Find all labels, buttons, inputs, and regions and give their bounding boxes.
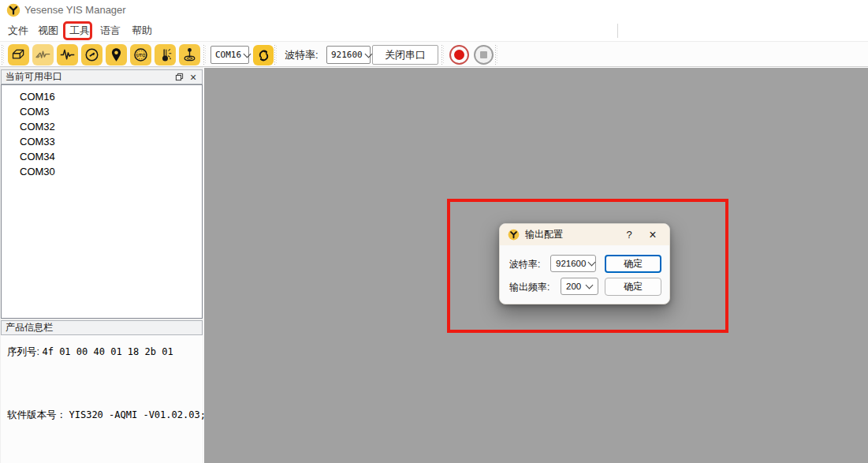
close-panel-icon[interactable]: ×	[186, 70, 200, 84]
float-panel-icon[interactable]	[172, 70, 186, 84]
dialog-baud-select[interactable]: 921600	[550, 255, 596, 272]
location-pin-icon[interactable]	[106, 44, 127, 65]
serial-number-line: 序列号: 4f 01 00 40 01 18 2b 01	[7, 345, 173, 359]
ports-panel-title: 当前可用串口	[2, 70, 172, 84]
chevron-down-icon	[244, 50, 251, 58]
window-title: Yesense YIS Manager	[24, 0, 126, 21]
dialog-title: 输出配置	[525, 228, 617, 241]
yesense-logo-icon	[6, 3, 20, 17]
left-dock-column: 当前可用串口 × COM16 COM3 COM32 COM33 COM34 CO…	[0, 67, 203, 463]
toolbar-grip[interactable]	[495, 45, 498, 65]
port-list-item[interactable]: COM33	[2, 134, 202, 149]
dialog-baud-value: 921600	[551, 259, 586, 268]
com-port-select[interactable]: COM16	[210, 46, 249, 64]
output-config-dialog: 输出配置 ? × 波特率: 921600 确定 输出频率: 200 确定	[499, 223, 670, 304]
ports-list: COM16 COM3 COM32 COM33 COM34 COM30	[1, 84, 203, 319]
waveform-angle-icon[interactable]	[32, 44, 54, 65]
info-panel-header: 产品信息栏	[1, 320, 203, 335]
refresh-ports-button[interactable]	[253, 45, 274, 65]
toolbar: UTC COM16	[0, 41, 868, 67]
menu-help[interactable]: 帮助	[132, 21, 152, 41]
baud-rate-value: 921600	[327, 50, 363, 60]
menu-file[interactable]: 文件	[8, 21, 28, 41]
toolbar-grip[interactable]	[2, 45, 5, 65]
dialog-freq-label: 输出频率:	[509, 281, 549, 294]
title-bar: Yesense YIS Manager	[0, 0, 868, 21]
port-list-item[interactable]: COM34	[2, 149, 202, 164]
dialog-baud-ok-button[interactable]: 确定	[605, 255, 661, 273]
ports-panel-header: 当前可用串口 ×	[1, 69, 203, 84]
menu-divider	[617, 24, 618, 38]
menu-view[interactable]: 视图	[38, 21, 58, 41]
toolbar-grip[interactable]	[203, 45, 207, 65]
dialog-freq-select[interactable]: 200	[561, 278, 598, 295]
software-version-value: YIS320 -AQMI -V01.02.03;	[69, 409, 205, 420]
port-list-item[interactable]: COM30	[2, 164, 202, 179]
stop-icon	[480, 51, 487, 58]
svg-text:UTC: UTC	[136, 53, 145, 58]
serial-number-label: 序列号:	[7, 346, 39, 357]
baud-rate-label: 波特率:	[285, 42, 319, 68]
app-window: Yesense YIS Manager 文件 视图 工具 语言 帮助	[0, 0, 868, 463]
dialog-help-button[interactable]: ?	[617, 224, 641, 245]
chevron-down-icon	[586, 282, 594, 289]
annotation-rectangle-tools-menu	[63, 21, 92, 40]
utc-clock-icon[interactable]: UTC	[130, 44, 151, 65]
info-panel-body: 序列号: 4f 01 00 40 01 18 2b 01 软件版本号： YIS3…	[1, 335, 203, 463]
serial-number-value: 4f 01 00 40 01 18 2b 01	[42, 346, 173, 357]
toolbar-grip[interactable]	[274, 45, 278, 65]
dialog-close-icon[interactable]: ×	[641, 224, 665, 245]
stop-button[interactable]	[474, 45, 494, 65]
chevron-down-icon	[588, 259, 596, 267]
toolbar-grip[interactable]	[441, 45, 445, 65]
software-version-line: 软件版本号： YIS320 -AQMI -V01.02.03;	[7, 409, 206, 422]
port-list-item[interactable]: COM3	[2, 104, 202, 119]
software-version-label: 软件版本号：	[7, 409, 66, 420]
chevron-down-icon	[364, 50, 372, 58]
info-panel-title: 产品信息栏	[2, 321, 202, 334]
record-icon	[454, 50, 464, 60]
yesense-logo-icon	[508, 229, 520, 241]
waveform-pulse-icon[interactable]	[57, 44, 78, 65]
dialog-freq-ok-button[interactable]: 确定	[605, 278, 661, 296]
dialog-freq-value: 200	[561, 282, 583, 291]
port-list-item[interactable]: COM16	[2, 89, 202, 104]
gauge-icon[interactable]	[81, 44, 102, 65]
probe-icon[interactable]	[179, 44, 200, 65]
cube-3d-icon[interactable]	[8, 44, 29, 65]
close-serial-port-button[interactable]: 关闭串口	[372, 45, 438, 65]
record-button[interactable]	[449, 45, 469, 65]
baud-rate-select[interactable]: 921600	[326, 46, 371, 64]
port-list-item[interactable]: COM32	[2, 119, 202, 134]
menu-language[interactable]: 语言	[100, 21, 121, 41]
dialog-title-bar: 输出配置 ? ×	[500, 224, 669, 245]
menu-bar: 文件 视图 工具 语言 帮助	[0, 21, 868, 41]
thermometer-icon[interactable]	[155, 44, 176, 65]
com-port-value: COM16	[211, 50, 241, 60]
dialog-baud-label: 波特率:	[509, 258, 540, 271]
